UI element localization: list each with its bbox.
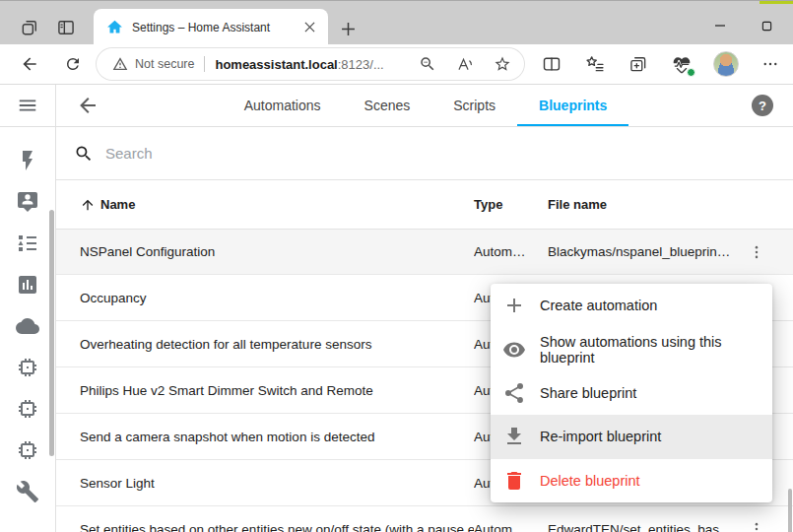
split-screen-icon[interactable] [540,52,563,76]
tab-scenes[interactable]: Scenes [343,85,432,126]
hamburger-icon [17,95,38,116]
row-file: EdwardTEN/set_entities_bas… [548,522,735,532]
browser-essentials-icon[interactable] [670,52,694,76]
url-text[interactable]: homeassistant.local:8123/... [215,57,383,72]
table-header: Name Type File name [56,180,793,230]
menu-item-delete-blueprint[interactable]: Delete blueprint [491,459,772,502]
sort-arrow-up-icon [80,197,96,213]
site-security[interactable]: Not secure [112,56,194,72]
lightning-icon [16,149,39,172]
essentials-status-badge [687,68,695,77]
collections-add-icon[interactable] [627,52,650,76]
tab-blueprints[interactable]: Blueprints [517,85,628,126]
row-name: Set entities based on other entities new… [80,522,474,532]
home-assistant-favicon [106,19,123,35]
row-file: Blackymas/nspanel_blueprin… [548,244,735,259]
row-name: Sensor Light [80,476,474,491]
vertical-tabs-icon[interactable] [51,14,81,41]
sidebar-item-history[interactable] [16,273,39,297]
menu-item-label: Delete blueprint [540,473,640,489]
menu-item-create-automation[interactable]: Create automation [491,284,772,327]
plus-icon [502,294,526,317]
zoom-out-icon[interactable] [416,52,439,76]
tab-automations[interactable]: Automations [223,85,343,126]
sidebar-item-person[interactable] [16,190,39,214]
row-type: Autom… [474,522,548,532]
column-header-type[interactable]: Type [474,197,548,212]
new-tab-icon[interactable] [335,16,361,41]
chip-icon [16,356,39,379]
tab-close-icon[interactable] [298,17,320,38]
download-icon [502,425,526,448]
read-aloud-icon[interactable] [453,52,477,76]
column-header-name[interactable]: Name [80,197,474,213]
share-icon [502,381,526,405]
search-input[interactable] [103,144,793,163]
divider [204,56,205,72]
table-row[interactable]: NSPanel Configuration Autom… Blackymas/n… [56,230,793,275]
row-name: NSPanel Configuration [80,244,474,259]
menu-item-label: Share blueprint [540,385,636,401]
menu-item-label: Create automation [540,298,657,313]
row-overflow-menu-icon[interactable] [739,234,774,270]
search-bar[interactable] [56,127,793,180]
sidebar-item-cloud[interactable] [16,314,39,338]
workspaces-icon[interactable] [15,14,44,41]
browser-menu-icon[interactable] [759,52,782,76]
menu-item-reimport-blueprint[interactable]: Re-import blueprint [491,415,772,458]
blueprint-context-menu: Create automation Show automations using… [491,284,772,502]
security-label: Not secure [135,57,194,71]
favorites-hub-icon[interactable] [583,52,607,76]
help-button[interactable]: ? [752,95,773,116]
page-scrollbar[interactable] [788,489,792,532]
table-row[interactable]: Set entities based on other entities new… [56,506,793,532]
eye-icon [502,338,526,362]
row-type: Autom… [474,244,548,259]
menu-item-show-automations[interactable]: Show automations using this blueprint [491,327,772,370]
menu-item-label: Show automations using this blueprint [540,334,757,366]
sidebar-item-energy[interactable] [16,149,39,172]
search-icon [74,144,94,164]
window-minimize-icon[interactable] [703,13,737,38]
sidebar [0,85,56,532]
row-name: Philips Hue v2 Smart Dimmer Switch and R… [80,383,474,398]
tab-scripts[interactable]: Scripts [431,85,517,126]
sidebar-item-device-1[interactable] [16,356,39,379]
window-maximize-icon[interactable] [750,13,783,38]
profile-avatar[interactable] [713,51,739,77]
url-rest: :8123/... [338,57,384,72]
browser-back-icon[interactable] [15,50,44,78]
sidebar-toggle-button[interactable] [0,85,55,127]
trash-icon [502,469,526,493]
menu-item-share-blueprint[interactable]: Share blueprint [491,371,772,415]
main-content: Automations Scenes Scripts Blueprints ? … [56,85,793,532]
list-icon [16,232,39,255]
home-assistant-app: Automations Scenes Scripts Blueprints ? … [0,84,793,532]
app-header: Automations Scenes Scripts Blueprints ? [56,85,793,127]
row-overflow-menu-icon[interactable] [739,511,774,532]
row-name: Send a camera snapshot when motion is de… [80,430,474,444]
sidebar-item-tools[interactable] [16,480,39,503]
wrench-icon [16,480,39,503]
sidebar-scrollbar[interactable] [49,210,54,456]
address-bar[interactable]: Not secure homeassistant.local:8123/... [97,48,524,80]
person-badge-icon [16,190,39,214]
row-name: Occupancy [80,291,474,305]
tab-bar: Automations Scenes Scripts Blueprints [99,85,752,126]
chip-icon [16,397,39,421]
sidebar-item-logbook[interactable] [16,232,39,255]
menu-item-label: Re-import blueprint [540,429,661,444]
browser-tab[interactable]: Settings – Home Assistant [94,9,328,45]
app-back-icon[interactable] [76,94,99,117]
row-name: Overheating detection for all temperatur… [80,337,474,352]
column-header-file[interactable]: File name [548,197,735,212]
cloud-icon [16,314,39,338]
chip-icon [16,438,39,462]
sidebar-item-device-3[interactable] [16,438,39,462]
warning-icon [112,56,128,72]
sidebar-item-device-2[interactable] [16,397,39,421]
tab-title: Settings – Home Assistant [132,21,298,34]
browser-toolbar: Not secure homeassistant.local:8123/... [0,44,793,84]
browser-refresh-icon[interactable] [58,50,88,78]
favorite-star-icon[interactable] [491,52,514,76]
